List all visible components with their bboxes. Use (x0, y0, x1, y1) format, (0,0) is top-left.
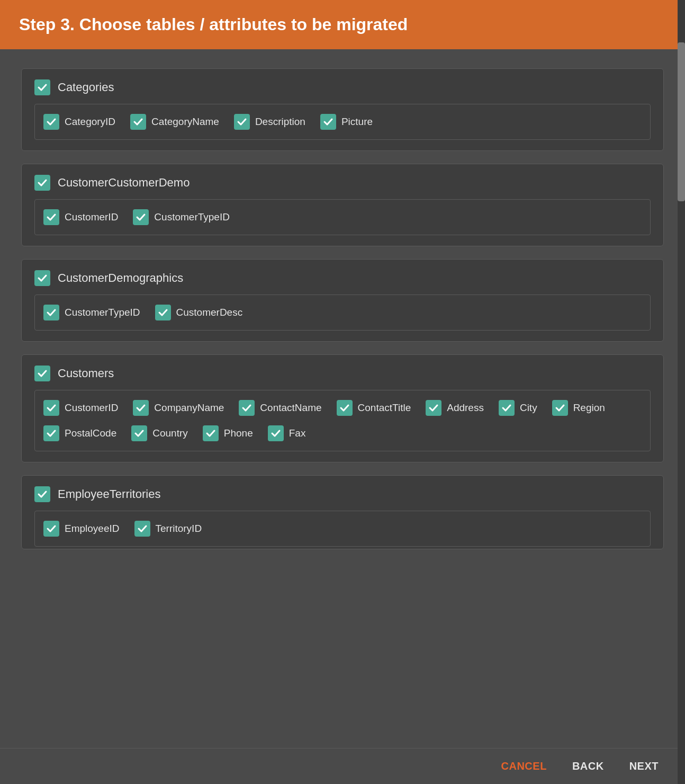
attr-checkbox-customers-country[interactable] (131, 425, 147, 441)
attr-checkbox-categories-categoryname[interactable] (130, 114, 146, 130)
attr-label-customers-country: Country (152, 427, 188, 439)
attr-label-customer-customer-demo-customerid: CustomerID (65, 211, 118, 223)
table-card-customers: Customers CustomerID CompanyName Contact… (21, 354, 664, 462)
table-card-customer-customer-demo: CustomerCustomerDemo CustomerID Customer… (21, 164, 664, 246)
attr-label-customers-phone: Phone (224, 427, 253, 439)
attr-label-customers-fax: Fax (289, 427, 306, 439)
attributes-box-categories: CategoryID CategoryName Description Pict… (34, 104, 651, 140)
attributes-box-customer-customer-demo: CustomerID CustomerTypeID (34, 199, 651, 235)
table-checkbox-categories[interactable] (34, 79, 50, 95)
attr-checkbox-employee-territories-employeeid[interactable] (43, 521, 59, 537)
attr-checkbox-customers-city[interactable] (499, 400, 515, 416)
attr-label-customers-city: City (520, 402, 537, 414)
attr-checkbox-customer-customer-demo-customertypeid[interactable] (133, 209, 149, 225)
table-card-categories: Categories CategoryID CategoryName Descr… (21, 68, 664, 151)
attr-item-customers-fax: Fax (268, 425, 306, 441)
attr-item-customer-demographics-customerdesc: CustomerDesc (155, 305, 243, 320)
attr-checkbox-customers-fax[interactable] (268, 425, 284, 441)
attr-label-customers-region: Region (573, 402, 605, 414)
attr-checkbox-customers-phone[interactable] (203, 425, 219, 441)
attr-item-customers-region: Region (552, 400, 605, 416)
attr-label-customers-contacttitle: ContactTitle (358, 402, 411, 414)
attributes-box-customers: CustomerID CompanyName ContactName Conta… (34, 390, 651, 451)
attr-label-customers-postalcode: PostalCode (65, 427, 116, 439)
page-header: Step 3. Choose tables / attributes to be… (0, 0, 685, 49)
attr-item-categories-description: Description (234, 114, 305, 130)
table-checkbox-customer-customer-demo[interactable] (34, 175, 50, 191)
attr-checkbox-customer-demographics-customerdesc[interactable] (155, 305, 171, 320)
attributes-box-customer-demographics: CustomerTypeID CustomerDesc (34, 295, 651, 331)
table-name-categories: Categories (58, 81, 114, 94)
attr-item-customers-postalcode: PostalCode (43, 425, 116, 441)
attr-checkbox-employee-territories-territoryid[interactable] (134, 521, 150, 537)
attr-label-customer-customer-demo-customertypeid: CustomerTypeID (154, 211, 230, 223)
attr-item-customers-address: Address (426, 400, 484, 416)
table-header-customer-customer-demo: CustomerCustomerDemo (34, 175, 651, 191)
attr-item-customer-customer-demo-customerid: CustomerID (43, 209, 118, 225)
attr-label-categories-description: Description (255, 116, 305, 128)
table-name-customers: Customers (58, 367, 114, 380)
attr-checkbox-customers-contactname[interactable] (239, 400, 255, 416)
attr-label-employee-territories-employeeid: EmployeeID (65, 523, 120, 534)
attr-item-customers-country: Country (131, 425, 188, 441)
attr-item-categories-picture: Picture (320, 114, 373, 130)
table-card-customer-demographics: CustomerDemographics CustomerTypeID Cust… (21, 259, 664, 342)
attr-label-employee-territories-territoryid: TerritoryID (156, 523, 202, 534)
attr-item-customers-contactname: ContactName (239, 400, 321, 416)
table-header-customer-demographics: CustomerDemographics (34, 270, 651, 286)
attr-label-categories-picture: Picture (341, 116, 373, 128)
attr-label-customers-contactname: ContactName (260, 402, 321, 414)
table-checkbox-customers[interactable] (34, 366, 50, 381)
attr-label-customers-address: Address (447, 402, 484, 414)
attr-label-customers-companyname: CompanyName (154, 402, 224, 414)
attr-item-categories-categoryid: CategoryID (43, 114, 115, 130)
page-title: Step 3. Choose tables / attributes to be… (19, 15, 666, 34)
attr-label-customer-demographics-customerdesc: CustomerDesc (176, 307, 243, 318)
attr-checkbox-categories-categoryid[interactable] (43, 114, 59, 130)
attributes-box-employee-territories: EmployeeID TerritoryID (34, 511, 651, 547)
scrollbar-thumb[interactable] (678, 42, 685, 201)
table-card-employee-territories: EmployeeTerritories EmployeeID Territory… (21, 475, 664, 549)
attr-checkbox-customer-demographics-customertypeid[interactable] (43, 305, 59, 320)
attr-item-customers-customerid: CustomerID (43, 400, 118, 416)
attr-checkbox-customers-postalcode[interactable] (43, 425, 59, 441)
table-name-customer-customer-demo: CustomerCustomerDemo (58, 176, 190, 190)
attr-item-categories-categoryname: CategoryName (130, 114, 219, 130)
attr-label-categories-categoryid: CategoryID (65, 116, 115, 128)
attr-checkbox-categories-picture[interactable] (320, 114, 336, 130)
attr-checkbox-customers-customerid[interactable] (43, 400, 59, 416)
attr-item-employee-territories-territoryid: TerritoryID (134, 521, 202, 537)
table-checkbox-employee-territories[interactable] (34, 486, 50, 502)
attr-checkbox-customers-contacttitle[interactable] (337, 400, 353, 416)
footer: CANCEL BACK NEXT (0, 748, 685, 784)
attr-item-customers-phone: Phone (203, 425, 253, 441)
next-button[interactable]: NEXT (629, 760, 659, 772)
cancel-button[interactable]: CANCEL (501, 760, 547, 772)
attr-checkbox-categories-description[interactable] (234, 114, 250, 130)
attr-item-customer-customer-demo-customertypeid: CustomerTypeID (133, 209, 230, 225)
attr-label-categories-categoryname: CategoryName (151, 116, 219, 128)
attr-item-employee-territories-employeeid: EmployeeID (43, 521, 120, 537)
attr-checkbox-customers-region[interactable] (552, 400, 568, 416)
table-header-customers: Customers (34, 366, 651, 381)
table-checkbox-customer-demographics[interactable] (34, 270, 50, 286)
attr-checkbox-customers-address[interactable] (426, 400, 441, 416)
table-name-employee-territories: EmployeeTerritories (58, 487, 160, 501)
table-header-employee-territories: EmployeeTerritories (34, 486, 651, 502)
content-area: Categories CategoryID CategoryName Descr… (0, 49, 685, 784)
attr-label-customers-customerid: CustomerID (65, 402, 118, 414)
attr-item-customers-contacttitle: ContactTitle (337, 400, 411, 416)
table-name-customer-demographics: CustomerDemographics (58, 271, 183, 285)
attr-item-customer-demographics-customertypeid: CustomerTypeID (43, 305, 140, 320)
attr-checkbox-customer-customer-demo-customerid[interactable] (43, 209, 59, 225)
attr-item-customers-companyname: CompanyName (133, 400, 224, 416)
table-header-categories: Categories (34, 79, 651, 95)
scrollbar-track (678, 0, 685, 784)
attr-label-customer-demographics-customertypeid: CustomerTypeID (65, 307, 140, 318)
attr-checkbox-customers-companyname[interactable] (133, 400, 149, 416)
attr-item-customers-city: City (499, 400, 537, 416)
back-button[interactable]: BACK (572, 760, 604, 772)
